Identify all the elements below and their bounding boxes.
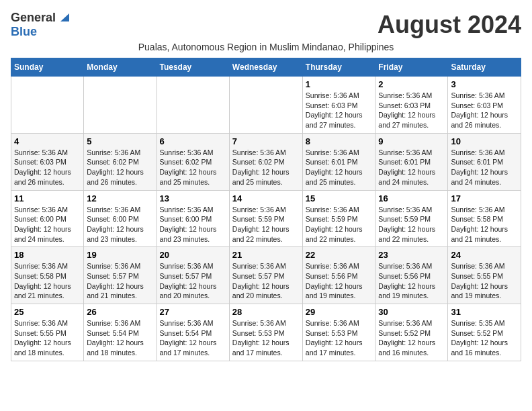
header-cell-saturday: Saturday (448, 58, 521, 77)
day-cell: 23Sunrise: 5:36 AM Sunset: 5:56 PM Dayli… (375, 247, 448, 304)
day-number: 11 (14, 193, 81, 203)
logo-icon (57, 11, 69, 23)
day-cell: 13Sunrise: 5:36 AM Sunset: 6:00 PM Dayli… (157, 190, 229, 247)
day-info: Sunrise: 5:36 AM Sunset: 5:58 PM Dayligh… (451, 205, 518, 244)
day-number: 23 (378, 250, 445, 260)
day-number: 20 (160, 250, 226, 260)
day-number: 8 (306, 136, 373, 146)
day-cell: 1Sunrise: 5:36 AM Sunset: 6:03 PM Daylig… (302, 77, 375, 134)
header-cell-thursday: Thursday (302, 58, 375, 77)
day-number: 6 (160, 136, 226, 146)
calendar-table: SundayMondayTuesdayWednesdayThursdayFrid… (11, 58, 521, 361)
day-cell: 2Sunrise: 5:36 AM Sunset: 6:03 PM Daylig… (375, 77, 448, 134)
day-cell: 6Sunrise: 5:36 AM Sunset: 6:02 PM Daylig… (157, 133, 229, 190)
day-info: Sunrise: 5:36 AM Sunset: 5:58 PM Dayligh… (14, 261, 81, 301)
day-number: 3 (451, 79, 518, 89)
day-number: 29 (306, 307, 373, 317)
day-info: Sunrise: 5:36 AM Sunset: 5:54 PM Dayligh… (87, 318, 153, 358)
day-info: Sunrise: 5:36 AM Sunset: 5:57 PM Dayligh… (87, 261, 153, 301)
day-cell (157, 77, 229, 134)
day-info: Sunrise: 5:36 AM Sunset: 6:02 PM Dayligh… (160, 148, 226, 187)
day-info: Sunrise: 5:36 AM Sunset: 6:00 PM Dayligh… (160, 205, 226, 244)
day-cell: 14Sunrise: 5:36 AM Sunset: 5:59 PM Dayli… (229, 190, 302, 247)
day-number: 27 (160, 307, 226, 317)
calendar-body: 1Sunrise: 5:36 AM Sunset: 6:03 PM Daylig… (11, 77, 521, 361)
header-row: SundayMondayTuesdayWednesdayThursdayFrid… (11, 58, 521, 77)
day-cell: 25Sunrise: 5:36 AM Sunset: 5:55 PM Dayli… (11, 304, 84, 361)
day-info: Sunrise: 5:36 AM Sunset: 6:03 PM Dayligh… (451, 91, 518, 130)
day-cell: 16Sunrise: 5:36 AM Sunset: 5:59 PM Dayli… (375, 190, 448, 247)
logo-general: General (11, 11, 56, 25)
day-cell: 12Sunrise: 5:36 AM Sunset: 6:00 PM Dayli… (84, 190, 157, 247)
day-info: Sunrise: 5:36 AM Sunset: 5:57 PM Dayligh… (160, 261, 226, 301)
day-cell: 3Sunrise: 5:36 AM Sunset: 6:03 PM Daylig… (448, 77, 521, 134)
day-number: 9 (378, 136, 445, 146)
logo: General Blue (11, 11, 69, 39)
day-info: Sunrise: 5:36 AM Sunset: 6:02 PM Dayligh… (87, 148, 153, 187)
day-number: 17 (451, 193, 518, 203)
day-info: Sunrise: 5:36 AM Sunset: 5:53 PM Dayligh… (232, 318, 300, 358)
day-cell: 31Sunrise: 5:35 AM Sunset: 5:52 PM Dayli… (448, 304, 521, 361)
week-row: 25Sunrise: 5:36 AM Sunset: 5:55 PM Dayli… (11, 304, 521, 361)
day-info: Sunrise: 5:36 AM Sunset: 5:59 PM Dayligh… (306, 205, 373, 244)
header: General Blue August 2024 (11, 11, 521, 39)
day-info: Sunrise: 5:36 AM Sunset: 5:56 PM Dayligh… (378, 261, 445, 301)
day-cell: 11Sunrise: 5:36 AM Sunset: 6:00 PM Dayli… (11, 190, 84, 247)
week-row: 18Sunrise: 5:36 AM Sunset: 5:58 PM Dayli… (11, 247, 521, 304)
header-cell-friday: Friday (375, 58, 448, 77)
day-number: 10 (451, 136, 518, 146)
calendar-header: SundayMondayTuesdayWednesdayThursdayFrid… (11, 58, 521, 77)
day-cell: 20Sunrise: 5:36 AM Sunset: 5:57 PM Dayli… (157, 247, 229, 304)
day-info: Sunrise: 5:36 AM Sunset: 5:54 PM Dayligh… (160, 318, 226, 358)
day-number: 22 (306, 250, 373, 260)
day-info: Sunrise: 5:36 AM Sunset: 6:01 PM Dayligh… (451, 148, 518, 187)
day-cell: 4Sunrise: 5:36 AM Sunset: 6:03 PM Daylig… (11, 133, 84, 190)
day-number: 24 (451, 250, 518, 260)
day-number: 18 (14, 250, 81, 260)
day-cell: 17Sunrise: 5:36 AM Sunset: 5:58 PM Dayli… (448, 190, 521, 247)
day-info: Sunrise: 5:36 AM Sunset: 6:00 PM Dayligh… (87, 205, 153, 244)
day-cell (229, 77, 302, 134)
day-number: 7 (232, 136, 300, 146)
day-cell: 22Sunrise: 5:36 AM Sunset: 5:56 PM Dayli… (302, 247, 375, 304)
day-cell: 24Sunrise: 5:36 AM Sunset: 5:55 PM Dayli… (448, 247, 521, 304)
day-number: 1 (306, 79, 373, 89)
header-cell-sunday: Sunday (11, 58, 84, 77)
svg-marker-0 (60, 13, 69, 21)
week-row: 11Sunrise: 5:36 AM Sunset: 6:00 PM Dayli… (11, 190, 521, 247)
day-cell: 8Sunrise: 5:36 AM Sunset: 6:01 PM Daylig… (302, 133, 375, 190)
day-info: Sunrise: 5:36 AM Sunset: 5:52 PM Dayligh… (378, 318, 445, 358)
day-number: 2 (378, 79, 445, 89)
day-info: Sunrise: 5:36 AM Sunset: 5:57 PM Dayligh… (232, 261, 300, 301)
day-number: 25 (14, 307, 81, 317)
day-info: Sunrise: 5:36 AM Sunset: 5:55 PM Dayligh… (14, 318, 81, 358)
day-cell: 28Sunrise: 5:36 AM Sunset: 5:53 PM Dayli… (229, 304, 302, 361)
day-cell: 30Sunrise: 5:36 AM Sunset: 5:52 PM Dayli… (375, 304, 448, 361)
day-number: 4 (14, 136, 81, 146)
day-cell: 27Sunrise: 5:36 AM Sunset: 5:54 PM Dayli… (157, 304, 229, 361)
day-cell: 18Sunrise: 5:36 AM Sunset: 5:58 PM Dayli… (11, 247, 84, 304)
week-row: 1Sunrise: 5:36 AM Sunset: 6:03 PM Daylig… (11, 77, 521, 134)
day-info: Sunrise: 5:36 AM Sunset: 6:03 PM Dayligh… (378, 91, 445, 130)
day-info: Sunrise: 5:36 AM Sunset: 5:59 PM Dayligh… (378, 205, 445, 244)
day-cell: 15Sunrise: 5:36 AM Sunset: 5:59 PM Dayli… (302, 190, 375, 247)
day-number: 28 (232, 307, 300, 317)
day-number: 14 (232, 193, 300, 203)
day-info: Sunrise: 5:36 AM Sunset: 6:02 PM Dayligh… (232, 148, 300, 187)
day-cell: 26Sunrise: 5:36 AM Sunset: 5:54 PM Dayli… (84, 304, 157, 361)
subtitle: Pualas, Autonomous Region in Muslim Mind… (11, 42, 521, 52)
week-row: 4Sunrise: 5:36 AM Sunset: 6:03 PM Daylig… (11, 133, 521, 190)
header-cell-wednesday: Wednesday (229, 58, 302, 77)
day-number: 26 (87, 307, 153, 317)
day-info: Sunrise: 5:36 AM Sunset: 5:56 PM Dayligh… (306, 261, 373, 301)
day-number: 31 (451, 307, 518, 317)
day-info: Sunrise: 5:36 AM Sunset: 6:00 PM Dayligh… (14, 205, 81, 244)
day-info: Sunrise: 5:36 AM Sunset: 6:01 PM Dayligh… (378, 148, 445, 187)
day-cell: 21Sunrise: 5:36 AM Sunset: 5:57 PM Dayli… (229, 247, 302, 304)
day-number: 12 (87, 193, 153, 203)
day-number: 15 (306, 193, 373, 203)
day-cell: 5Sunrise: 5:36 AM Sunset: 6:02 PM Daylig… (84, 133, 157, 190)
logo-blue: Blue (11, 25, 37, 38)
day-info: Sunrise: 5:36 AM Sunset: 5:59 PM Dayligh… (232, 205, 300, 244)
day-info: Sunrise: 5:36 AM Sunset: 6:03 PM Dayligh… (14, 148, 81, 187)
